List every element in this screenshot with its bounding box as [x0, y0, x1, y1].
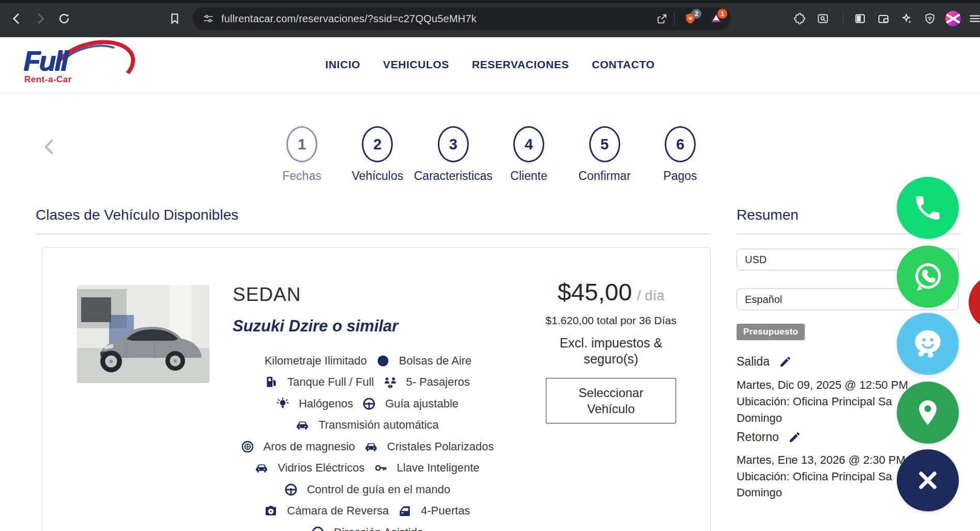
- wallet-icon[interactable]: [873, 8, 894, 29]
- feature-row: Vidrios EléctricosLlave Inteligente: [208, 458, 528, 479]
- share-icon[interactable]: [654, 12, 669, 25]
- brave-shield-icon[interactable]: 2: [682, 12, 698, 25]
- phone-button[interactable]: [897, 177, 959, 239]
- vehicle-features: Kilometraje IlimitadoBolsas de AireTanqu…: [208, 350, 528, 531]
- feature-label: Cristales Polarizados: [385, 440, 496, 453]
- pickup-datetime: Martes, Dic 09, 2025 @ 12:50 PM: [737, 378, 908, 392]
- feature-row: Aros de magnesioCristales Polarizados: [208, 436, 528, 458]
- browser-toolbar: fullrentacar.com/reservaciones/?ssid=c27…: [0, 0, 980, 37]
- reload-icon[interactable]: [54, 8, 74, 29]
- price-column: $45,00 / día $1.620,00 total por 36 Días…: [528, 278, 694, 423]
- feature-row: Transmisión automática: [208, 415, 528, 436]
- step-fechas[interactable]: 1Fechas: [277, 126, 327, 183]
- step-label: Cliente: [510, 169, 547, 183]
- camera-icon: [264, 504, 278, 518]
- leo-ai-icon[interactable]: [896, 8, 917, 29]
- url-text[interactable]: fullrentacar.com/reservaciones/?ssid=c27…: [221, 13, 477, 25]
- step-confirmar[interactable]: 5Confirmar: [580, 126, 630, 183]
- bookmark-icon[interactable]: [164, 8, 185, 29]
- fuel-icon: [264, 375, 279, 389]
- steering-icon: [362, 397, 376, 411]
- car-icon: [364, 439, 378, 454]
- step-circle[interactable]: 1: [286, 126, 317, 162]
- step-circle[interactable]: 5: [589, 126, 620, 162]
- close-icon: [914, 467, 941, 494]
- feature-label: Control de guía en el mando: [305, 483, 453, 496]
- feature-row: Control de guía en el mando: [208, 479, 528, 500]
- step-label: Vehículos: [352, 169, 404, 183]
- step-circle[interactable]: 4: [513, 126, 544, 162]
- nav-reservaciones[interactable]: RESERVACIONES: [472, 58, 569, 71]
- feature-label: Halógenos: [297, 397, 355, 411]
- whatsapp-icon: [911, 260, 945, 294]
- step-label: Fechas: [282, 169, 321, 183]
- location-button[interactable]: [897, 382, 959, 444]
- tax-note: Excl. impuestos & seguro(s): [560, 335, 663, 367]
- nav-inicio[interactable]: INICIO: [325, 58, 360, 71]
- vpn-shield-icon[interactable]: [920, 8, 940, 29]
- location-pin-icon: [913, 398, 943, 428]
- extensions-icon[interactable]: [789, 8, 810, 29]
- menu-icon[interactable]: [964, 8, 980, 29]
- step-circle[interactable]: 3: [438, 126, 469, 162]
- waze-icon: [909, 325, 947, 363]
- step-caracteristicas[interactable]: 3Caracteristicas: [428, 126, 478, 183]
- site-permissions-icon[interactable]: [201, 12, 216, 25]
- vehicle-class: SEDAN: [233, 284, 301, 306]
- address-bar[interactable]: fullrentacar.com/reservaciones/?ssid=c27…: [192, 7, 731, 30]
- steering-icon: [284, 482, 298, 497]
- feature-label: 5- Pasajeros: [404, 375, 472, 389]
- divider: [843, 11, 844, 26]
- logo-subtext: Rent-a-Car: [24, 74, 72, 85]
- site-logo[interactable]: Full Rent-a-Car: [23, 41, 132, 88]
- step-circle[interactable]: 6: [665, 126, 696, 162]
- steering-icon: [311, 525, 325, 531]
- step-circle[interactable]: 2: [362, 126, 393, 162]
- forward-icon[interactable]: [30, 8, 51, 29]
- back-icon[interactable]: [6, 8, 27, 29]
- profile-avatar[interactable]: [943, 8, 963, 29]
- page-title: Clases de Vehículo Disponibles: [36, 207, 238, 223]
- passengers-icon: [383, 375, 397, 389]
- price-per-day: $45,00: [558, 278, 632, 306]
- car-icon: [295, 418, 310, 432]
- divider: [674, 11, 675, 26]
- edit-pickup-icon[interactable]: [779, 355, 792, 368]
- reservation-steps: 1Fechas2Vehículos3Caracteristicas4Client…: [277, 126, 705, 183]
- search-tabs-icon[interactable]: [813, 8, 833, 29]
- pickup-location: Ubicación: Oficina Principal Sa: [737, 395, 892, 408]
- feature-row: Cámara de Reversa4-Puertas: [208, 500, 528, 522]
- nav-vehiculos[interactable]: VEHICULOS: [383, 58, 449, 71]
- step-label: Pagos: [663, 169, 697, 183]
- return-row: Retorno: [737, 430, 801, 444]
- phone-icon: [912, 192, 943, 223]
- page: fullrentacar.com/reservaciones/?ssid=c27…: [0, 0, 980, 531]
- feature-label: Vidrios Eléctricos: [275, 461, 366, 475]
- brave-rewards-icon[interactable]: 1: [708, 12, 724, 25]
- pickup-label: Salida: [737, 355, 770, 369]
- vehicle-photo: [77, 285, 209, 383]
- feature-label: Bolsas de Aire: [397, 354, 474, 368]
- select-vehicle-button[interactable]: Seleccionar Vehículo: [546, 378, 676, 423]
- site-header: Full Rent-a-Car INICIOVEHICULOSRESERVACI…: [0, 37, 980, 93]
- edit-return-icon[interactable]: [788, 431, 801, 444]
- step-vehiculos[interactable]: 2Vehículos: [353, 126, 402, 183]
- whatsapp-button[interactable]: [897, 246, 959, 308]
- step-pagos[interactable]: 6Pagos: [655, 126, 705, 183]
- nav-contacto[interactable]: CONTACTO: [592, 58, 655, 71]
- carousel-prev-icon[interactable]: [40, 138, 59, 156]
- feature-label: Cámara de Reversa: [285, 504, 391, 518]
- close-button[interactable]: [897, 449, 959, 511]
- notification-peek-button[interactable]: [969, 275, 980, 330]
- sidebar-panel-icon[interactable]: [850, 8, 870, 29]
- feature-label: Dirección Asistida: [332, 526, 426, 531]
- dot-icon: [376, 354, 390, 368]
- return-location: Ubicación: Oficina Principal Sa: [737, 470, 892, 483]
- feature-row: HalógenosGuía ajustable: [208, 393, 528, 415]
- shield-badge: 2: [692, 9, 701, 19]
- waze-button[interactable]: [897, 313, 959, 375]
- divider: [36, 234, 710, 234]
- quote-badge: Presupuesto: [737, 324, 805, 340]
- language-value: Español: [745, 294, 782, 306]
- step-cliente[interactable]: 4Cliente: [504, 126, 554, 183]
